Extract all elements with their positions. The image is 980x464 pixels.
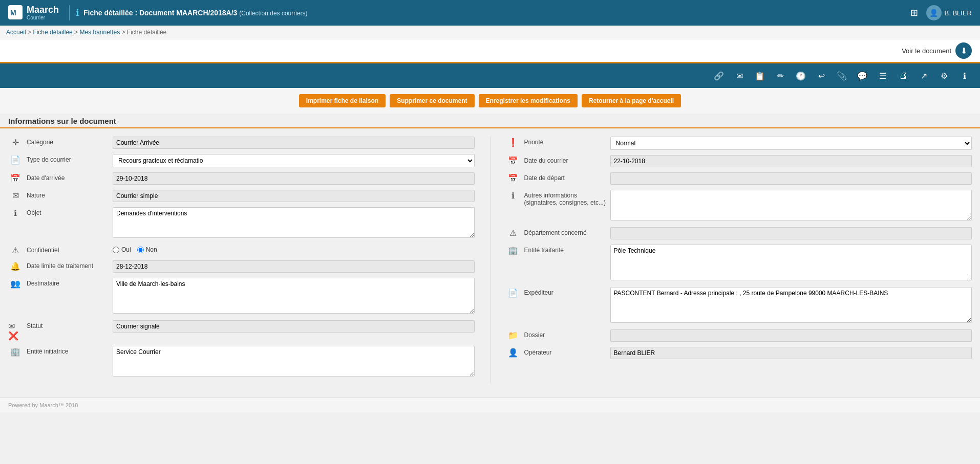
book-btn[interactable]: 📋 <box>751 67 769 85</box>
delete-doc-btn[interactable]: Supprimer ce document <box>390 94 474 107</box>
info-nav-icon: ℹ <box>76 7 79 18</box>
logo: M Maarch Courrier <box>8 5 59 21</box>
entite-traitante-textarea[interactable]: Pôle Technique <box>610 245 972 280</box>
navbar-right: ⊞ 👤 B. BLIER <box>910 5 972 20</box>
confidentiel-non-label[interactable]: Non <box>137 246 157 253</box>
attach-btn[interactable]: 📎 <box>833 67 851 85</box>
history-btn[interactable]: 🕐 <box>792 67 810 85</box>
date-arrivee-value <box>113 172 475 185</box>
avatar: 👤 <box>926 5 942 20</box>
autres-infos-textarea[interactable] <box>610 190 972 220</box>
destinataire-row: 👥 Destinataire Ville de Maarch-les-bains <box>8 278 475 315</box>
info-btn[interactable]: ℹ <box>955 67 974 85</box>
dossier-row: 📁 Dossier <box>506 329 972 342</box>
page-footer: Powered by Maarch™ 2018 <box>0 397 980 412</box>
departement-icon: ⚠ <box>506 227 520 238</box>
destinataire-value: Ville de Maarch-les-bains <box>113 278 475 315</box>
user-name: B. BLIER <box>945 9 972 17</box>
settings-btn[interactable]: ⚙ <box>935 67 953 85</box>
priorite-value: NormalUrgentFaible <box>610 137 972 150</box>
date-arrivee-icon: 📅 <box>8 172 23 183</box>
mail-btn[interactable]: ✉ <box>730 67 749 85</box>
svg-text:M: M <box>10 9 16 17</box>
expediteur-icon: 📄 <box>506 287 520 298</box>
destinataire-textarea[interactable]: Ville de Maarch-les-bains <box>113 278 475 314</box>
departement-value <box>610 227 972 239</box>
apps-grid-icon[interactable]: ⊞ <box>910 7 918 18</box>
return-btn[interactable]: ↩ <box>812 67 830 85</box>
departement-row: ⚠ Département concerné <box>506 227 972 239</box>
breadcrumb-fiche2: Fiche détaillée <box>127 29 166 36</box>
date-limite-value <box>113 260 475 273</box>
section-title: Informations sur le document <box>0 114 980 128</box>
expediteur-row: 📄 Expéditeur PASCONTENT Bernard - Adress… <box>506 287 972 324</box>
operateur-label: Opérateur <box>524 347 606 356</box>
entite-initiatrice-textarea[interactable]: Service Courrier <box>113 346 475 377</box>
logo-icon: M <box>8 5 23 19</box>
nature-row: ✉ Nature <box>8 190 475 202</box>
navbar: M Maarch Courrier ℹ Fiche détaillée : Do… <box>0 0 980 26</box>
entite-initiatrice-label: Entité initiatrice <box>27 346 109 355</box>
priorite-label: Priorité <box>524 137 606 146</box>
entite-traitante-icon: 🏢 <box>506 245 520 255</box>
confidentiel-value: Oui Non <box>113 245 475 253</box>
edit-btn[interactable]: ✏ <box>771 67 790 85</box>
print-liaison-btn[interactable]: Imprimer fiche de liaison <box>299 94 386 107</box>
departement-label: Département concerné <box>524 227 606 236</box>
toolbar: 🔗 ✉ 📋 ✏ 🕐 ↩ 📎 💬 ☰ 🖨 ↗ ⚙ ℹ <box>0 63 980 88</box>
confidentiel-label: Confidentiel <box>27 245 109 254</box>
statut-label: Statut <box>27 320 109 329</box>
voir-document-button[interactable]: Voir le document ⬇ <box>902 42 972 59</box>
return-home-btn[interactable]: Retourner à la page d'accueil <box>582 94 681 107</box>
dossier-label: Dossier <box>524 329 606 339</box>
confidentiel-non[interactable] <box>137 247 144 253</box>
date-depart-value <box>610 172 972 185</box>
print-btn[interactable]: 🖨 <box>894 67 912 85</box>
operateur-row: 👤 Opérateur <box>506 347 972 359</box>
operateur-input <box>610 347 972 359</box>
date-courrier-input <box>610 155 972 167</box>
autres-infos-label: Autres informations (signataires, consig… <box>524 190 606 206</box>
objet-label: Objet <box>27 207 109 216</box>
share-btn[interactable]: ↗ <box>914 67 933 85</box>
operateur-icon: 👤 <box>506 347 520 358</box>
confidentiel-oui-label[interactable]: Oui <box>113 246 131 253</box>
save-changes-btn[interactable]: Enregistrer les modifications <box>479 94 578 107</box>
objet-icon: ℹ <box>8 207 23 218</box>
comment-btn[interactable]: 💬 <box>853 67 871 85</box>
breadcrumb-bannettes[interactable]: Mes bannettes <box>79 29 120 36</box>
nature-icon: ✉ <box>8 190 23 201</box>
action-bar: Imprimer fiche de liaison Supprimer ce d… <box>0 88 980 114</box>
date-limite-input <box>113 260 475 273</box>
list-btn[interactable]: ☰ <box>874 67 892 85</box>
user-menu[interactable]: 👤 B. BLIER <box>926 5 972 20</box>
dossier-value <box>610 329 972 342</box>
date-arrivee-label: Date d'arrivée <box>27 172 109 182</box>
link-btn[interactable]: 🔗 <box>710 67 728 85</box>
date-depart-label: Date de départ <box>524 172 606 182</box>
type-courrier-select[interactable]: Recours gracieux et réclamatio <box>113 154 475 167</box>
breadcrumb-accueil[interactable]: Accueil <box>6 29 26 36</box>
objet-value: Demandes d'interventions <box>113 207 475 239</box>
categorie-value <box>113 137 475 149</box>
page-title: Fiche détaillée : Document MAARCH/2018A/… <box>83 9 910 17</box>
categorie-input <box>113 137 475 149</box>
logo-name: Maarch <box>27 5 59 15</box>
date-courrier-row: 📅 Date du courrier <box>506 155 972 167</box>
breadcrumb-fiche1[interactable]: Fiche détaillée <box>33 29 72 36</box>
autres-infos-value <box>610 190 972 222</box>
date-limite-label: Date limite de traitement <box>27 260 109 270</box>
date-depart-icon: 📅 <box>506 172 520 183</box>
date-courrier-value <box>610 155 972 167</box>
expediteur-textarea[interactable]: PASCONTENT Bernard - Adresse principale … <box>610 287 972 323</box>
confidentiel-icon: ⚠ <box>8 245 23 255</box>
confidentiel-oui[interactable] <box>113 247 119 253</box>
objet-textarea[interactable]: Demandes d'interventions <box>113 207 475 238</box>
type-courrier-row: 📄 Type de courrier Recours gracieux et r… <box>8 154 475 167</box>
priorite-select[interactable]: NormalUrgentFaible <box>610 137 972 150</box>
autres-infos-row: ℹ Autres informations (signataires, cons… <box>506 190 972 222</box>
date-depart-input <box>610 172 972 185</box>
nav-divider <box>69 5 70 20</box>
priorite-row: ❗ Priorité NormalUrgentFaible <box>506 137 972 150</box>
destinataire-icon: 👥 <box>8 278 23 289</box>
